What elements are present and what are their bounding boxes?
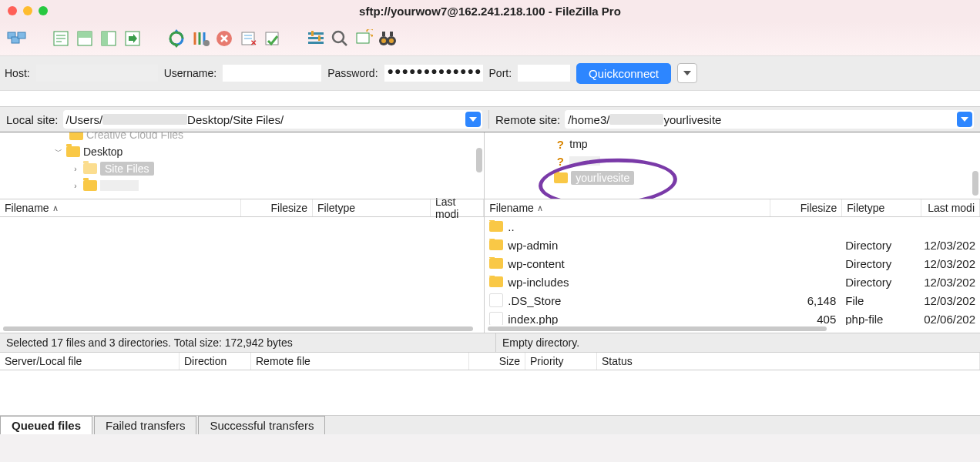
redacted-tree-item[interactable]	[569, 156, 600, 166]
scrollbar-thumb[interactable]	[972, 171, 978, 196]
username-label: Username:	[164, 67, 216, 79]
tree-item[interactable]: Creative Cloud Files	[86, 132, 183, 141]
col-filetype[interactable]: Filetype	[842, 199, 921, 216]
remote-tree[interactable]: ? tmp ? yourlivesite	[485, 132, 980, 199]
reconnect-icon[interactable]	[261, 28, 283, 49]
col-filetype[interactable]: Filetype	[313, 199, 431, 216]
list-item: wp-adminDirectory12/03/202	[485, 236, 980, 254]
scrollbar-thumb[interactable]	[476, 148, 482, 172]
remote-site-input[interactable]: /home3/ yourlivesite	[565, 110, 974, 129]
refresh-icon[interactable]	[166, 28, 187, 49]
col-lastmod[interactable]: Last modi	[921, 199, 980, 216]
local-site-input[interactable]: /Users/ Desktop/Site Files/	[63, 110, 482, 129]
folder-icon	[69, 132, 83, 140]
tree-item-desktop[interactable]: Desktop	[83, 146, 123, 158]
status-bar: Selected 17 files and 3 directories. Tot…	[0, 333, 980, 353]
binoculars-icon[interactable]	[377, 28, 398, 49]
col-filesize[interactable]: Filesize	[770, 199, 842, 216]
col-lastmod[interactable]: Last modi	[431, 199, 484, 216]
svg-text:✕: ✕	[250, 38, 257, 47]
svg-rect-26	[308, 42, 324, 44]
sort-asc-icon: ∧	[537, 203, 543, 213]
redacted-segment	[609, 114, 663, 125]
process-queue-icon[interactable]	[190, 28, 211, 49]
list-item: ..	[485, 217, 980, 236]
file-icon	[489, 293, 503, 307]
local-tree[interactable]: Creative Cloud Files ﹀ Desktop › Site Fi…	[0, 132, 484, 199]
svg-rect-28	[318, 35, 321, 41]
port-input[interactable]	[518, 65, 570, 82]
list-item: wp-contentDirectory12/03/202	[485, 254, 980, 273]
port-label: Port:	[489, 67, 512, 79]
local-hscroll[interactable]	[0, 325, 484, 333]
toggle-log-icon[interactable]	[50, 28, 72, 49]
password-input[interactable]: ●●●●●●●●●●●●●	[384, 65, 483, 82]
message-log	[0, 91, 980, 107]
col-status[interactable]: Status	[597, 353, 980, 370]
col-size[interactable]: Size	[469, 353, 525, 370]
svg-rect-25	[308, 37, 324, 39]
col-direction[interactable]: Direction	[180, 353, 251, 370]
tree-item-yourlivesite[interactable]: yourlivesite	[571, 171, 634, 185]
col-filename[interactable]: Filename∧	[485, 199, 770, 216]
col-remote[interactable]: Remote file	[251, 353, 469, 370]
transfer-queue[interactable]	[0, 370, 980, 415]
remote-list-header: Filename∧ Filesize Filetype Last modi	[485, 199, 980, 217]
list-item: .DS_Store6,148File12/03/202	[485, 291, 980, 310]
toggle-remote-tree-icon[interactable]	[98, 28, 119, 49]
toggle-local-tree-icon[interactable]	[74, 28, 96, 49]
folder-icon	[489, 276, 503, 287]
search-icon[interactable]	[329, 28, 351, 49]
svg-point-15	[203, 40, 210, 46]
window-title: sftp://yourwow7@162.241.218.100 - FileZi…	[0, 5, 980, 18]
host-input[interactable]	[36, 65, 158, 82]
svg-line-30	[342, 41, 347, 45]
remote-site-label: Remote site:	[495, 113, 560, 126]
folder-icon	[489, 239, 503, 250]
disclosure-icon[interactable]: ›	[71, 165, 80, 173]
tree-item-tmp[interactable]: tmp	[569, 138, 587, 150]
cancel-icon[interactable]	[213, 28, 235, 49]
col-priority[interactable]: Priority	[525, 353, 597, 370]
folder-icon	[489, 221, 503, 232]
disclosure-icon[interactable]: ﹀	[54, 146, 63, 157]
col-filename[interactable]: Filename∧	[0, 199, 241, 216]
chevron-down-icon[interactable]	[465, 112, 481, 127]
disconnect-icon[interactable]: ✕	[237, 28, 259, 49]
tab-queued[interactable]: Queued files	[0, 416, 92, 434]
redacted-segment	[102, 114, 187, 125]
col-server[interactable]: Server/Local file	[0, 353, 180, 370]
unknown-icon: ?	[554, 155, 566, 167]
tab-successful[interactable]: Successful transfers	[198, 416, 325, 434]
toggle-queue-icon[interactable]	[122, 28, 143, 49]
host-label: Host:	[5, 67, 30, 79]
chevron-down-icon[interactable]	[957, 112, 972, 127]
queue-tabs: Queued files Failed transfers Successful…	[0, 415, 980, 434]
col-filesize[interactable]: Filesize	[241, 199, 313, 216]
tab-failed[interactable]: Failed transfers	[94, 416, 196, 434]
svg-point-29	[333, 32, 344, 42]
remote-file-list[interactable]: .. wp-adminDirectory12/03/202 wp-content…	[485, 217, 980, 325]
local-status: Selected 17 files and 3 directories. Tot…	[0, 333, 496, 352]
svg-rect-24	[308, 32, 324, 35]
svg-rect-8	[78, 32, 92, 38]
site-path-bar: Local site: /Users/ Desktop/Site Files/ …	[0, 107, 980, 132]
remote-pane: ? tmp ? yourlivesite Filename∧ Filesize …	[485, 132, 980, 333]
folder-icon	[83, 180, 97, 191]
tree-item-site-files[interactable]: Site Files	[100, 162, 154, 176]
quickconnect-history-dropdown[interactable]	[677, 63, 697, 83]
filter-icon[interactable]	[305, 28, 327, 49]
quickconnect-button[interactable]: Quickconnect	[576, 63, 671, 84]
local-site-label: Local site:	[6, 113, 59, 126]
disclosure-icon[interactable]: ›	[71, 182, 80, 190]
list-item: index.php405php-file02/06/202	[485, 310, 980, 325]
queue-header: Server/Local file Direction Remote file …	[0, 353, 980, 370]
compare-icon[interactable]	[353, 28, 374, 49]
local-file-list[interactable]	[0, 217, 484, 325]
site-manager-icon[interactable]	[6, 28, 28, 49]
redacted-tree-item[interactable]	[100, 180, 139, 191]
username-input[interactable]	[223, 65, 321, 82]
remote-hscroll[interactable]	[485, 325, 980, 333]
titlebar: sftp://yourwow7@162.241.218.100 - FileZi…	[0, 0, 980, 22]
svg-rect-10	[102, 32, 108, 45]
